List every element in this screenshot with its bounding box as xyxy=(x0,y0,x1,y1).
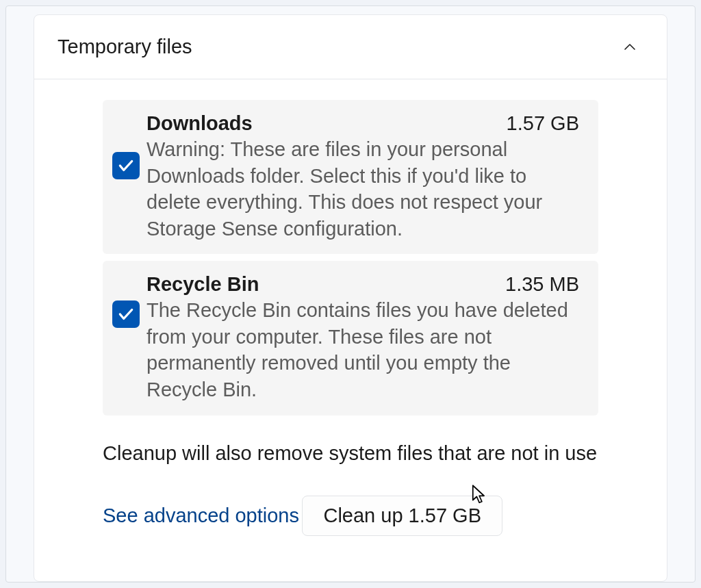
cleanup-item-downloads: Downloads 1.57 GB Warning: These are fil… xyxy=(103,100,598,254)
panel-title: Temporary files xyxy=(58,36,192,58)
checkbox-recycle-bin[interactable] xyxy=(112,301,140,328)
item-size: 1.57 GB xyxy=(507,112,579,135)
item-title: Downloads xyxy=(146,112,253,135)
item-description: The Recycle Bin contains files you have … xyxy=(146,297,579,402)
temporary-files-panel: Temporary files Downloads xyxy=(34,14,667,582)
item-size: 1.35 MB xyxy=(505,273,579,296)
panel-body: Downloads 1.57 GB Warning: These are fil… xyxy=(34,79,667,557)
chevron-up-icon xyxy=(622,39,638,55)
checkmark-icon xyxy=(117,157,135,175)
settings-frame: Temporary files Downloads xyxy=(5,5,696,583)
checkbox-downloads[interactable] xyxy=(112,152,140,179)
cleanup-note: Cleanup will also remove system files th… xyxy=(103,440,598,467)
mouse-cursor-icon xyxy=(472,485,489,505)
cleanup-item-recycle-bin: Recycle Bin 1.35 MB The Recycle Bin cont… xyxy=(103,261,598,415)
item-description: Warning: These are files in your persona… xyxy=(146,136,579,242)
panel-header[interactable]: Temporary files xyxy=(34,15,667,79)
item-title: Recycle Bin xyxy=(146,273,259,296)
checkmark-icon xyxy=(117,305,135,323)
see-advanced-options-link[interactable]: See advanced options xyxy=(103,504,299,527)
